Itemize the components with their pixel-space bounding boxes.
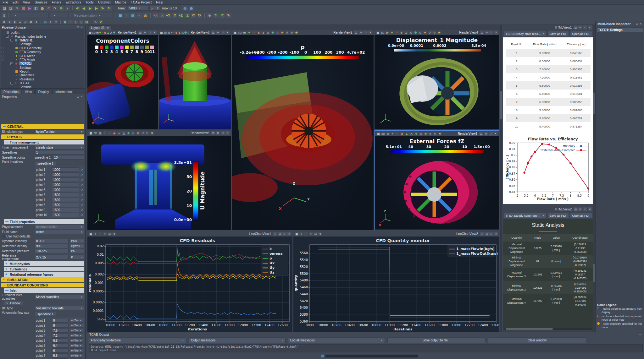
- output-project-select[interactable]: Francis-hydro-turbine▼: [89, 337, 186, 343]
- select-cells-icon[interactable]: ▲: [404, 30, 408, 35]
- zoom-box-icon[interactable]: ◎: [168, 30, 170, 35]
- unit-select[interactable]: kg/m^3▼: [70, 244, 84, 248]
- section-fluid-properties[interactable]: —Fluid properties: [4, 219, 84, 224]
- maximize-button[interactable]: □: [282, 232, 286, 236]
- clip-filter-icon[interactable]: ◧: [74, 20, 78, 24]
- zoom-box-icon[interactable]: ◎: [386, 132, 390, 136]
- close-button[interactable]: ✕: [493, 132, 497, 136]
- render-view-3[interactable]: ▣3D◎+−◆▲△✚◇✳↺↻☀RenderView3◫⊟□✕ External …: [375, 130, 499, 230]
- line-chart-view-2[interactable]: ▣+−✚◎✥LineChartView2◫⊟□✕ 980010000102001…: [293, 231, 499, 332]
- select-block-icon[interactable]: ◆: [112, 131, 116, 135]
- undo-icon[interactable]: ↶: [46, 6, 51, 11]
- pipeline-node-fea-geometry[interactable]: ◯▦FEA Geometry: [1, 50, 84, 54]
- split-vertical-button[interactable]: ⊟: [578, 207, 582, 211]
- pipeline-node-tcfd1[interactable]: −◉TCFD1: [1, 62, 84, 65]
- pan-chart-icon[interactable]: ✥: [318, 232, 322, 236]
- select-points-icon[interactable]: △: [181, 30, 184, 35]
- hover-cells-icon[interactable]: ◇: [131, 131, 135, 135]
- redo-icon[interactable]: ↷: [52, 6, 58, 11]
- inspector-block-list[interactable]: [597, 33, 643, 309]
- output-filter-select[interactable]: Log all messages▼: [288, 337, 385, 343]
- split-vertical-button[interactable]: ⊟: [484, 132, 488, 136]
- toggle-3d-icon[interactable]: 3D: [164, 30, 167, 35]
- select-chart-icon[interactable]: ✚: [103, 232, 107, 236]
- source-arrow-icon[interactable]: ➔: [34, 20, 38, 24]
- unit-select[interactable]: m^3/s▼: [70, 353, 83, 358]
- select-points-icon[interactable]: △: [266, 30, 270, 35]
- vertical-scrollbar[interactable]: [500, 25, 502, 332]
- report-select[interactable]: TFEA Steady-state report - Run 1▼: [504, 213, 546, 218]
- section-physics[interactable]: —PHYSICS: [1, 134, 84, 139]
- pipeline-node-cfd-geometry[interactable]: ◯▦CFD Geometry: [1, 46, 84, 50]
- reset-value-icon[interactable]: ↺: [80, 198, 83, 201]
- set-view-plus-x-icon[interactable]: +X: [153, 13, 158, 18]
- camera-icon[interactable]: ▣: [376, 30, 380, 35]
- source-sphere-icon[interactable]: ●: [7, 20, 12, 24]
- spread-icon[interactable]: ✳: [136, 131, 140, 135]
- select-points-icon[interactable]: △: [409, 30, 413, 35]
- point-value-input[interactable]: 1000: [52, 188, 79, 192]
- set-view-minus-y-icon[interactable]: -Y: [172, 13, 177, 18]
- rotate-90-cw-icon[interactable]: ↻: [197, 13, 202, 18]
- split-vertical-button[interactable]: ⊟: [578, 25, 582, 30]
- split-vertical-button[interactable]: ⊟: [485, 232, 489, 236]
- remove-chart-icon[interactable]: −: [304, 232, 308, 236]
- add-selection-icon[interactable]: +: [99, 30, 101, 35]
- toggle-3d-icon[interactable]: 3D: [93, 131, 97, 135]
- set-view-minus-x-icon[interactable]: -X: [159, 13, 164, 18]
- select-points-on-icon[interactable]: ▫: [124, 13, 129, 18]
- pencil-edit-icon[interactable]: ✎: [93, 20, 98, 24]
- menu-view[interactable]: View: [23, 0, 31, 4]
- section-simulation[interactable]: +SIMULATION: [1, 277, 84, 282]
- close-button[interactable]: ✕: [153, 30, 157, 35]
- point-value-input[interactable]: 6.8: [52, 338, 69, 343]
- split-horizontal-button[interactable]: ◫: [480, 232, 484, 236]
- zoom-box-icon[interactable]: ◎: [96, 30, 99, 35]
- remove-chart-icon[interactable]: −: [98, 232, 102, 236]
- render-view-6[interactable]: ▣3D◎+−◆▲△✚◇✳↺↻☀RenderView6◫⊟□✕: [159, 30, 231, 129]
- unit-select[interactable]: m^3/s▼: [70, 333, 83, 338]
- close-button[interactable]: ✕: [588, 25, 592, 30]
- pipeline-node-settings[interactable]: ◔Settings: [1, 66, 84, 69]
- point-value-input[interactable]: 6: [52, 348, 69, 353]
- reset-value-icon[interactable]: ↺: [80, 173, 83, 176]
- point-value-input[interactable]: 1000: [52, 177, 79, 182]
- tab-properties[interactable]: Properties: [1, 89, 21, 94]
- time-source-icon[interactable]: ◷: [54, 20, 58, 24]
- contour-filter-icon[interactable]: ◔: [68, 20, 73, 24]
- dynamic-viscosity-input[interactable]: 0.001: [35, 239, 69, 243]
- pipeline-node-francis-hydro-turbine[interactable]: −❋Francis-hydro-turbine: [1, 34, 84, 38]
- time-management-select[interactable]: steady state▼: [35, 145, 84, 150]
- turbulent-inlet-quantities-select[interactable]: Model quantities▼: [35, 295, 84, 299]
- add-selection-icon[interactable]: +: [391, 132, 395, 136]
- reset-value-icon[interactable]: ↺: [80, 193, 83, 196]
- bc-tab-1-inflow[interactable]: ✎1:inflow: [3, 301, 23, 305]
- zoom-box-icon[interactable]: ◎: [385, 30, 389, 35]
- inspector-block-item[interactable]: TCFD1: Settings: [597, 27, 643, 33]
- speedline-points-input[interactable]: 10: [53, 155, 84, 160]
- menu-tools[interactable]: Tools: [86, 0, 94, 4]
- close-button[interactable]: ✕: [225, 30, 230, 35]
- last-frame-icon[interactable]: ≫: [100, 6, 105, 11]
- section-rotational-reference-frames[interactable]: +Rotational reference frames: [4, 272, 84, 277]
- point-value-input[interactable]: 1500: [52, 198, 79, 202]
- output-type-select[interactable]: Output messages▼: [189, 337, 286, 343]
- pipeline-node-tfea1[interactable]: −∷TFEA1: [1, 81, 84, 85]
- hover-cells-icon[interactable]: ◇: [419, 132, 423, 136]
- add-chart-icon[interactable]: +: [93, 232, 97, 236]
- select-points-icon[interactable]: △: [122, 131, 126, 135]
- render-view-4[interactable]: ▣3D◎+−◆▲△✚◇✳↺↻☀RenderView4◫⊟□✕ Displacem…: [375, 30, 499, 129]
- open-recent-icon[interactable]: ◪: [8, 6, 14, 11]
- select-block-icon[interactable]: ◆: [399, 30, 403, 35]
- select-points-through-icon[interactable]: ▪: [136, 13, 142, 18]
- save-screenshot-icon[interactable]: ▣: [21, 6, 26, 11]
- light-icon[interactable]: ☀: [438, 132, 442, 136]
- unit-select[interactable]: m^3/s▼: [70, 338, 83, 343]
- maximize-button[interactable]: □: [583, 25, 587, 30]
- open-as-pdf-button[interactable]: Open as PDF: [570, 213, 592, 218]
- tree-expander-icon[interactable]: −: [10, 39, 13, 41]
- close-button[interactable]: ✕: [494, 30, 498, 35]
- camera-undo-icon[interactable]: ↺: [141, 131, 145, 135]
- split-horizontal-button[interactable]: ◫: [574, 207, 578, 211]
- select-block-icon[interactable]: ◆: [175, 30, 177, 35]
